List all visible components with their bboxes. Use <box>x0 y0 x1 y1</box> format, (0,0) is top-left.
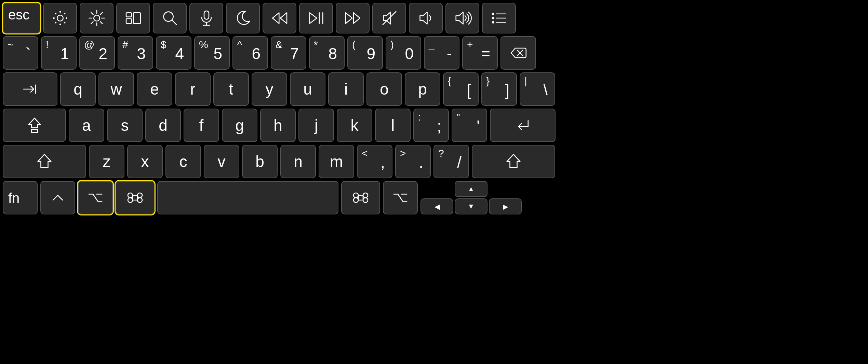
key-minus[interactable]: _ - <box>424 36 459 70</box>
mission-control-icon <box>124 9 143 28</box>
key-v[interactable]: v <box>204 145 239 178</box>
key-slash[interactable]: ? / <box>433 145 469 178</box>
key-d[interactable]: d <box>145 109 181 142</box>
key-3[interactable]: # 3 <box>118 36 153 70</box>
key-i[interactable]: i <box>328 72 364 106</box>
f6-dnd-key[interactable] <box>226 3 260 33</box>
key-j[interactable]: j <box>298 109 334 142</box>
command-right-key[interactable] <box>341 181 380 214</box>
key-f[interactable]: f <box>184 109 219 142</box>
f11-volume-down-key[interactable] <box>409 3 443 33</box>
key-c[interactable]: c <box>165 145 201 178</box>
f5-mic-key[interactable] <box>189 3 223 33</box>
key-b[interactable]: b <box>242 145 278 178</box>
svg-point-4 <box>66 18 67 18</box>
key-period[interactable]: > . <box>395 145 431 178</box>
space-key[interactable] <box>157 181 338 214</box>
caps-lock-key[interactable] <box>3 109 66 142</box>
svg-point-9 <box>94 15 100 21</box>
key-g[interactable]: g <box>222 109 257 142</box>
fn-key[interactable]: fn <box>3 181 38 214</box>
tab-key[interactable] <box>3 72 57 106</box>
arrow-right-key[interactable]: ▶ <box>489 198 522 214</box>
key-o[interactable]: o <box>366 72 402 106</box>
key-2[interactable]: @ 2 <box>79 36 115 70</box>
backspace-key[interactable] <box>500 36 536 70</box>
f10-mute-key[interactable] <box>372 3 406 33</box>
bottom-row: fn <box>3 181 865 214</box>
key-h[interactable]: h <box>260 109 296 142</box>
f4-search-key[interactable] <box>153 3 187 33</box>
key-6[interactable]: ^ 6 <box>232 36 268 70</box>
option-left-key[interactable] <box>78 181 113 214</box>
key-equals[interactable]: + = <box>462 36 498 70</box>
svg-point-38 <box>492 22 494 23</box>
shift-right-key[interactable] <box>472 145 555 178</box>
arrow-up-key[interactable]: ▲ <box>455 181 488 197</box>
number-row: ~ ` ! 1 @ 2 # 3 $ 4 % 5 ^ 6 & 7 <box>3 36 865 70</box>
svg-line-14 <box>91 12 93 14</box>
f2-brightness-up-key[interactable] <box>80 3 113 33</box>
key-q[interactable]: q <box>60 72 96 106</box>
svg-point-2 <box>59 24 60 25</box>
f13-list-key[interactable] <box>482 3 516 33</box>
key-9[interactable]: ( 9 <box>347 36 383 70</box>
f1-brightness-down-key[interactable] <box>43 3 77 33</box>
key-comma[interactable]: < , <box>357 145 392 178</box>
key-m[interactable]: m <box>319 145 354 178</box>
key-z[interactable]: z <box>89 145 124 178</box>
key-8[interactable]: * 8 <box>309 36 345 70</box>
key-right-bracket[interactable]: } ] <box>481 72 517 106</box>
arrow-down-key[interactable]: ▼ <box>455 198 488 214</box>
svg-point-3 <box>53 18 54 18</box>
command-left-key[interactable] <box>116 181 155 214</box>
key-r[interactable]: r <box>175 72 211 106</box>
key-7[interactable]: & 7 <box>271 36 306 70</box>
return-key[interactable] <box>490 109 556 142</box>
key-5[interactable]: % 5 <box>194 36 230 70</box>
key-k[interactable]: k <box>337 109 372 142</box>
svg-point-0 <box>57 15 63 21</box>
key-semicolon[interactable]: : ; <box>413 109 449 142</box>
key-w[interactable]: w <box>98 72 134 106</box>
svg-point-1 <box>59 12 60 12</box>
key-1[interactable]: ! 1 <box>41 36 77 70</box>
option-right-key[interactable] <box>383 181 418 214</box>
svg-point-5 <box>55 13 56 14</box>
key-e[interactable]: e <box>137 72 172 106</box>
volume-down-icon <box>416 9 436 28</box>
f3-mission-control-key[interactable] <box>116 3 150 33</box>
command-icon <box>125 188 145 207</box>
key-y[interactable]: y <box>252 72 287 106</box>
shift-left-key[interactable] <box>3 145 86 178</box>
svg-line-22 <box>172 20 176 25</box>
arrow-left-key[interactable]: ◀ <box>420 198 453 214</box>
play-pause-icon <box>307 9 326 28</box>
key-backtick[interactable]: ~ ` <box>3 36 38 70</box>
asdf-row: a s d f g h j k l : ; " ' <box>3 109 865 142</box>
arrow-cluster: ▲ ◀ ▼ ▶ <box>420 181 522 214</box>
control-key[interactable] <box>40 181 75 214</box>
key-u[interactable]: u <box>290 72 325 106</box>
brightness-down-icon <box>51 9 70 28</box>
f12-volume-up-key[interactable] <box>445 3 479 33</box>
option-icon <box>391 188 410 207</box>
f8-play-pause-key[interactable] <box>299 3 333 33</box>
esc-key[interactable]: esc <box>3 3 40 33</box>
key-4[interactable]: $ 4 <box>156 36 191 70</box>
key-backslash[interactable]: | \ <box>520 72 555 106</box>
key-0[interactable]: ) 0 <box>386 36 421 70</box>
key-x[interactable]: x <box>127 145 163 178</box>
key-l[interactable]: l <box>375 109 411 142</box>
f9-fast-forward-key[interactable] <box>336 3 370 33</box>
key-t[interactable]: t <box>213 72 249 106</box>
shift-icon <box>35 152 54 171</box>
key-quote[interactable]: " ' <box>452 109 487 142</box>
qwerty-row: q w e r t y u i o p { [ } ] | \ <box>3 72 865 106</box>
key-p[interactable]: p <box>405 72 440 106</box>
key-s[interactable]: s <box>107 109 143 142</box>
key-a[interactable]: a <box>69 109 104 142</box>
key-left-bracket[interactable]: { [ <box>443 72 479 106</box>
key-n[interactable]: n <box>280 145 316 178</box>
f7-rewind-key[interactable] <box>263 3 296 33</box>
